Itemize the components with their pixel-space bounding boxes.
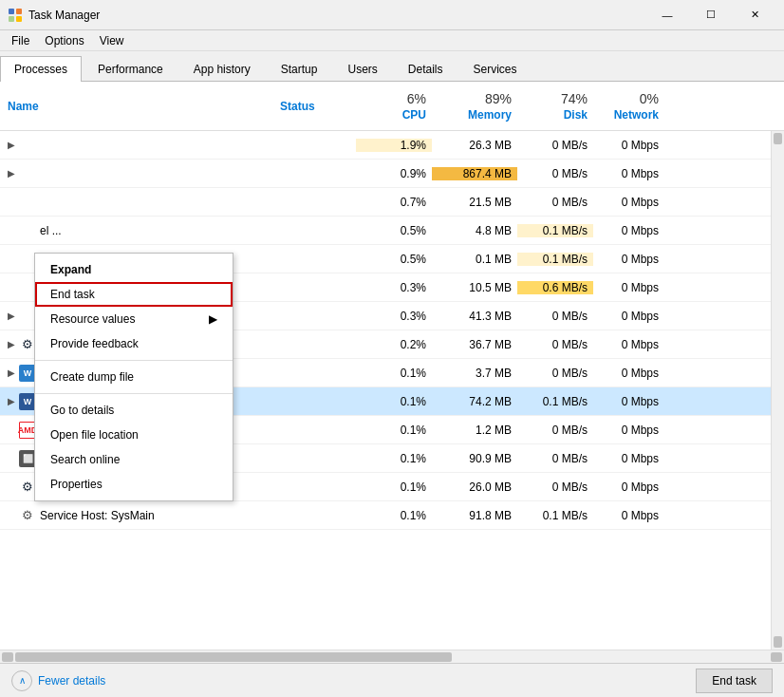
- app-icon: [8, 8, 23, 23]
- col-disk-header[interactable]: 74% Disk: [517, 91, 593, 122]
- menu-view[interactable]: View: [92, 32, 132, 49]
- context-menu-end-task[interactable]: End task: [35, 282, 233, 307]
- expand-icon[interactable]: ▶: [4, 166, 19, 181]
- context-menu-properties[interactable]: Properties: [35, 472, 233, 497]
- table-row[interactable]: ▶ ⚙ Service Host: SysMain 0.1% 91.8 MB 0…: [0, 501, 771, 530]
- context-menu-provide-feedback[interactable]: Provide feedback: [35, 331, 233, 356]
- process-icon: [19, 194, 36, 211]
- process-icon: [19, 137, 36, 154]
- tab-processes[interactable]: Processes: [0, 56, 82, 82]
- svg-rect-3: [16, 16, 22, 22]
- menu-bar: File Options View: [0, 30, 784, 51]
- context-menu-go-to-details[interactable]: Go to details: [35, 398, 233, 423]
- tab-services[interactable]: Services: [459, 56, 532, 82]
- maximize-button[interactable]: ☐: [689, 0, 733, 30]
- tab-details[interactable]: Details: [394, 56, 457, 82]
- main-content: Name Status 6% CPU 89% Memory 74% Disk 0…: [0, 82, 784, 663]
- bottom-bar: ∧ Fewer details End task: [0, 663, 784, 697]
- context-menu-search-online[interactable]: Search online: [35, 447, 233, 472]
- expand-icon[interactable]: ▶: [4, 138, 19, 153]
- svg-rect-0: [9, 9, 14, 14]
- svg-rect-1: [16, 9, 22, 14]
- col-status-header[interactable]: Status: [280, 100, 356, 113]
- table-row[interactable]: ▶ 1.9% 26.3 MB 0 MB/s 0 Mbps: [0, 131, 771, 160]
- context-menu-resource-values[interactable]: Resource values ▶: [35, 307, 233, 331]
- close-button[interactable]: ✕: [733, 0, 776, 30]
- service-host-icon: ⚙: [19, 507, 36, 524]
- col-network-header[interactable]: 0% Network: [593, 91, 664, 122]
- title-bar-controls: — ☐ ✕: [645, 0, 776, 30]
- hscroll-thumb[interactable]: [15, 652, 452, 662]
- tab-users[interactable]: Users: [333, 56, 391, 82]
- context-menu-expand[interactable]: Expand: [35, 257, 233, 282]
- expand-icon[interactable]: ▶: [4, 366, 19, 381]
- col-cpu-header[interactable]: 6% CPU: [356, 91, 432, 122]
- expand-icon[interactable]: ▶: [4, 309, 19, 324]
- chevron-up-icon: ∧: [11, 670, 32, 691]
- end-task-button[interactable]: End task: [696, 669, 773, 693]
- expand-icon[interactable]: ▶: [4, 337, 19, 352]
- window-title: Task Manager: [28, 9, 100, 22]
- vertical-scrollbar[interactable]: [771, 131, 784, 650]
- svg-rect-2: [9, 16, 14, 22]
- expand-icon[interactable]: ▶: [4, 394, 19, 409]
- table-header: Name Status 6% CPU 89% Memory 74% Disk 0…: [0, 82, 784, 131]
- horizontal-scrollbar[interactable]: [0, 650, 784, 663]
- fewer-details-button[interactable]: ∧ Fewer details: [11, 670, 105, 691]
- context-menu-create-dump[interactable]: Create dump file: [35, 365, 233, 389]
- tab-startup[interactable]: Startup: [267, 56, 332, 82]
- tab-bar: Processes Performance App history Startu…: [0, 51, 784, 82]
- table-row[interactable]: ▶el ... 0.5% 4.8 MB 0.1 MB/s 0 Mbps: [0, 217, 771, 245]
- menu-options[interactable]: Options: [37, 32, 91, 49]
- tab-performance[interactable]: Performance: [84, 56, 177, 82]
- context-menu: Expand End task Resource values ▶ Provid…: [34, 253, 233, 501]
- title-bar: Task Manager — ☐ ✕: [0, 0, 784, 30]
- table-row[interactable]: ▶ 0.7% 21.5 MB 0 MB/s 0 Mbps: [0, 188, 771, 217]
- menu-file[interactable]: File: [4, 32, 37, 49]
- separator-2: [35, 393, 233, 394]
- submenu-arrow: ▶: [209, 312, 217, 326]
- process-icon: [19, 165, 36, 182]
- separator-1: [35, 360, 233, 361]
- minimize-button[interactable]: —: [645, 0, 689, 30]
- col-name-header[interactable]: Name: [0, 100, 280, 113]
- table-row[interactable]: ▶ 0.9% 867.4 MB 0 MB/s 0 Mbps: [0, 160, 771, 188]
- col-memory-header[interactable]: 89% Memory: [432, 91, 517, 122]
- process-icon: [19, 222, 36, 239]
- context-menu-open-file-location[interactable]: Open file location: [35, 423, 233, 447]
- tab-app-history[interactable]: App history: [179, 56, 265, 82]
